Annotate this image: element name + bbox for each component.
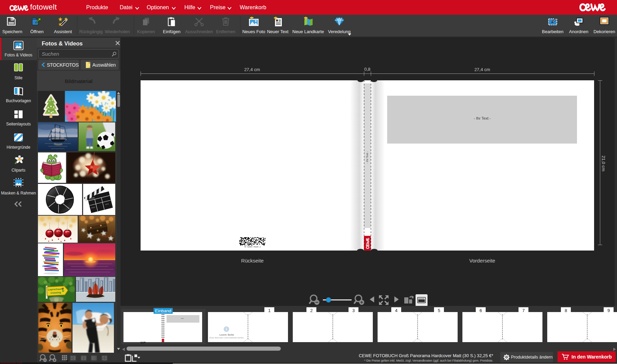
svg-text:44 52004 54225 2: 44 52004 54225 2	[244, 246, 261, 248]
svg-text:crossing: crossing	[50, 291, 61, 295]
